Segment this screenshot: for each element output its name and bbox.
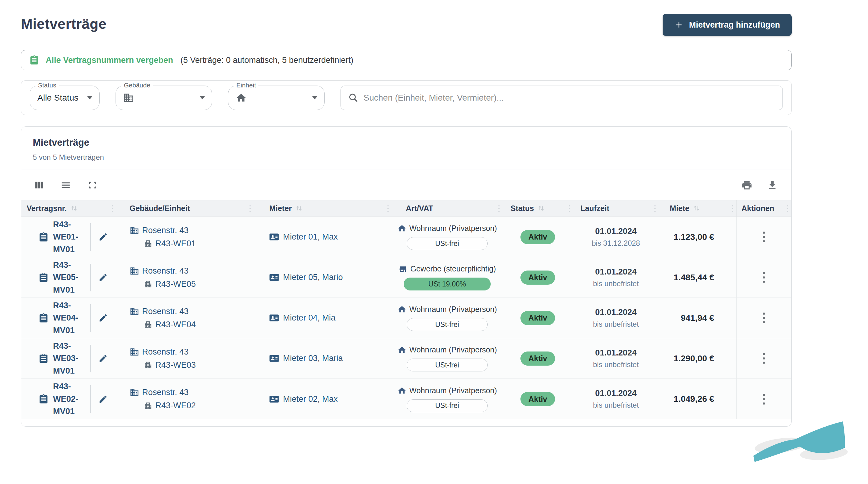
download-button[interactable]: [767, 179, 778, 191]
column-header-vertragsnr[interactable]: Vertragsnr.: [21, 200, 116, 217]
tenant-name: Mieter 03, Maria: [283, 354, 343, 363]
table-row: R43-WE02-MV01 Rosenstr. 43 R43-WE02 Miet…: [21, 379, 792, 419]
fullscreen-button[interactable]: [87, 179, 98, 191]
building-icon: [130, 347, 139, 357]
edit-contract-button[interactable]: [98, 232, 108, 242]
column-label: Vertragsnr.: [27, 204, 67, 213]
rent-cell: 1.123,00 €: [659, 217, 736, 257]
usage-type: Wohnraum (Privatperson): [409, 224, 497, 233]
term-start: 01.01.2024: [595, 308, 637, 317]
search-input[interactable]: [364, 93, 775, 103]
term-end: bis 31.12.2028: [592, 239, 640, 248]
usage-type: Wohnraum (Privatperson): [409, 345, 497, 354]
column-header-laufzeit[interactable]: Laufzeit: [573, 200, 659, 217]
edit-pencil-icon: [98, 394, 108, 404]
actions-cell: [736, 298, 792, 338]
tenant-name: Mieter 01, Max: [283, 232, 338, 242]
column-header-gebaeude-einheit[interactable]: Gebäude/Einheit: [116, 200, 254, 217]
vat-pill: USt-frei: [407, 399, 488, 412]
building-filter-select[interactable]: Gebäude: [116, 86, 212, 110]
contracts-card-header: Mietverträge 5 von 5 Mietverträgen: [21, 127, 792, 170]
page-header: Mietverträge Mietvertrag hinzufügen: [21, 14, 792, 43]
column-resize-handle[interactable]: [654, 205, 656, 212]
contract-number: R43-WE03-MV01: [53, 340, 88, 377]
contract-number: R43-WE01-MV01: [53, 218, 88, 256]
column-label: Status: [510, 204, 534, 213]
rent-cell: 941,94 €: [659, 298, 736, 338]
row-actions-menu-button[interactable]: [760, 310, 768, 326]
vat-pill: USt-frei: [407, 237, 488, 250]
building-name: Rosenstr. 43: [142, 388, 189, 397]
column-resize-handle[interactable]: [112, 205, 113, 212]
column-resize-handle[interactable]: [249, 205, 251, 212]
download-icon: [767, 179, 778, 191]
print-icon: [741, 179, 752, 191]
column-header-status[interactable]: Status: [503, 200, 573, 217]
column-resize-handle[interactable]: [388, 205, 389, 212]
building-name: Rosenstr. 43: [142, 226, 189, 235]
edit-pencil-icon: [98, 354, 108, 363]
home-icon: [236, 92, 247, 103]
rent-amount: 1.049,26 €: [674, 394, 714, 404]
column-resize-handle[interactable]: [498, 205, 500, 212]
banner-detail: (5 Verträge: 0 automatisch, 5 benutzerde…: [181, 56, 353, 65]
rent-cell: 1.485,44 €: [659, 257, 736, 297]
apartment-icon: [144, 280, 152, 288]
column-header-aktionen: Aktionen: [736, 200, 792, 217]
contract-number-cell: R43-WE05-MV01: [21, 257, 116, 297]
column-resize-handle[interactable]: [787, 205, 788, 212]
column-header-mieter[interactable]: Mieter: [254, 200, 392, 217]
search-field[interactable]: [341, 86, 783, 110]
clipboard-icon: [38, 232, 49, 242]
column-label: Mieter: [269, 204, 292, 213]
status-cell: Aktiv: [503, 338, 573, 378]
unit-name: R43-WE04: [155, 320, 196, 330]
term-cell: 01.01.2024 bis unbefristet: [573, 298, 659, 338]
contact-card-icon: [269, 353, 279, 364]
unit-filter-select[interactable]: Einheit: [228, 86, 324, 110]
edit-contract-button[interactable]: [98, 394, 108, 404]
status-badge: Aktiv: [521, 351, 555, 366]
term-end: bis unbefristet: [593, 401, 639, 409]
edit-contract-button[interactable]: [98, 354, 108, 363]
banner-highlight: Alle Vertragsnummern vergeben: [46, 56, 173, 65]
table-toolbar-right: [741, 179, 778, 191]
status-filter-label: Status: [36, 82, 59, 89]
sort-icon: [295, 204, 303, 212]
status-filter-select[interactable]: Status Alle Status: [30, 86, 100, 110]
unit-name: R43-WE05: [155, 279, 196, 289]
column-resize-handle[interactable]: [569, 205, 570, 212]
usage-type: Wohnraum (Privatperson): [409, 386, 497, 395]
density-button[interactable]: [60, 179, 71, 191]
columns-button[interactable]: [33, 179, 45, 191]
term-cell: 01.01.2024 bis unbefristet: [573, 257, 659, 297]
row-actions-menu-button[interactable]: [760, 269, 768, 286]
building-filter-label: Gebäude: [121, 82, 153, 89]
edit-contract-button[interactable]: [98, 313, 108, 323]
row-actions-menu-button[interactable]: [760, 350, 768, 367]
clipboard-icon: [38, 353, 49, 364]
term-end: bis unbefristet: [593, 320, 639, 329]
building-unit-cell: Rosenstr. 43 R43-WE03: [116, 338, 254, 378]
add-contract-button[interactable]: Mietvertrag hinzufügen: [663, 14, 792, 36]
contract-number-cell: R43-WE01-MV01: [21, 217, 116, 257]
row-actions-menu-button[interactable]: [760, 391, 768, 408]
plus-icon: [674, 20, 683, 29]
tenant-cell: Mieter 02, Max: [254, 379, 392, 419]
tenant-name: Mieter 04, Mia: [283, 313, 335, 323]
building-icon: [130, 266, 139, 276]
tenant-cell: Mieter 01, Max: [254, 217, 392, 257]
column-header-miete[interactable]: Miete: [659, 200, 736, 217]
column-header-art-vat[interactable]: Art/VAT: [392, 200, 503, 217]
term-cell: 01.01.2024 bis 31.12.2028: [573, 217, 659, 257]
print-button[interactable]: [741, 179, 752, 191]
contract-number-cell: R43-WE04-MV01: [21, 298, 116, 338]
type-vat-cell: Wohnraum (Privatperson) USt-frei: [392, 338, 503, 378]
edit-pencil-icon: [98, 313, 108, 323]
column-resize-handle[interactable]: [732, 205, 733, 212]
cell-divider: [90, 223, 91, 251]
edit-contract-button[interactable]: [98, 273, 108, 282]
row-actions-menu-button[interactable]: [760, 228, 768, 246]
clipboard-icon: [29, 55, 39, 65]
cell-divider: [90, 264, 91, 291]
